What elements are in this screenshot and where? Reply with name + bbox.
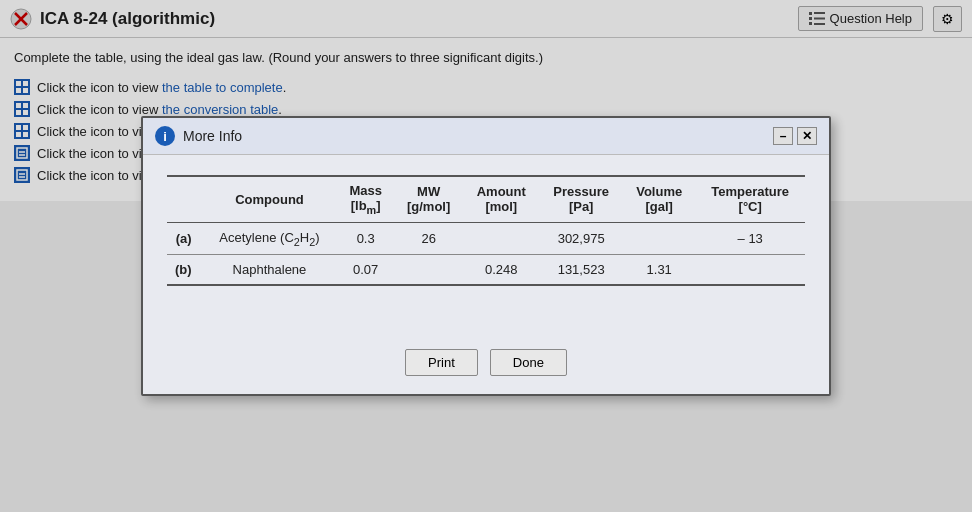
- modal-title: More Info: [183, 128, 242, 144]
- modal-title-left: i More Info: [155, 126, 242, 146]
- col-header-mw: MW[g/mol]: [394, 176, 463, 201]
- col-header-pressure: Pressure[Pa]: [539, 176, 623, 201]
- modal-titlebar: i More Info – ✕: [143, 118, 829, 155]
- col-header-volume: Volume[gal]: [623, 176, 695, 201]
- modal-body: Compound Mass[lbm] MW[g/mol] Amount[mol]…: [143, 155, 829, 201]
- info-icon: i: [155, 126, 175, 146]
- col-header-rowlabel: [167, 176, 202, 201]
- col-header-amount: Amount[mol]: [463, 176, 539, 201]
- col-header-compound: Compound: [202, 176, 338, 201]
- data-table: Compound Mass[lbm] MW[g/mol] Amount[mol]…: [167, 175, 805, 201]
- modal-backdrop: i More Info – ✕ Compound Mass[lbm] MW[g/…: [0, 0, 972, 201]
- modal-close-button[interactable]: ✕: [797, 127, 817, 145]
- col-header-mass: Mass[lbm]: [337, 176, 394, 201]
- col-header-temperature: Temperature[°C]: [695, 176, 805, 201]
- modal-dialog: i More Info – ✕ Compound Mass[lbm] MW[g/…: [141, 116, 831, 201]
- modal-controls: – ✕: [773, 127, 817, 145]
- modal-minimize-button[interactable]: –: [773, 127, 793, 145]
